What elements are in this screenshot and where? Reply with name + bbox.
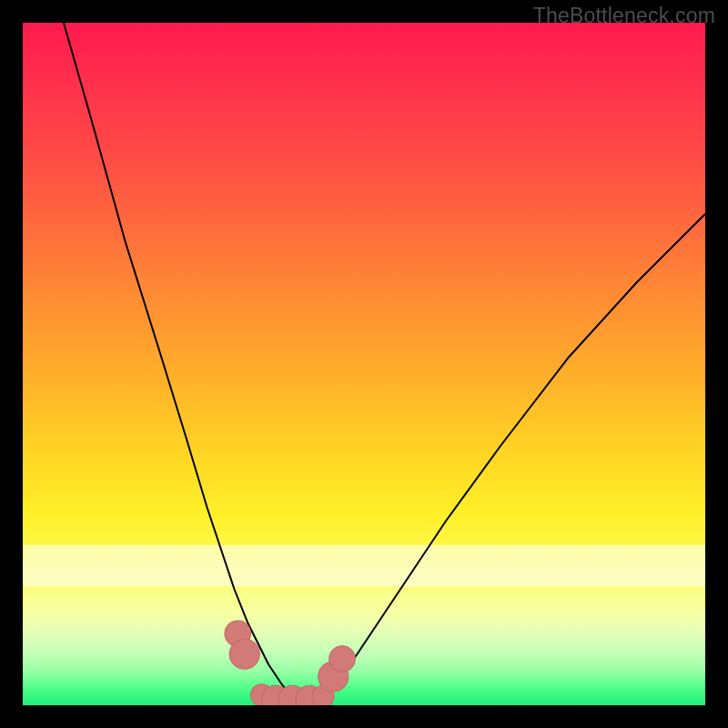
svg-point-1 — [229, 639, 259, 669]
bottleneck-curve — [23, 23, 705, 705]
watermark-text: TheBottleneck.com — [533, 4, 715, 28]
svg-point-8 — [329, 646, 356, 672]
plot-area — [23, 23, 705, 705]
chart-frame: TheBottleneck.com — [0, 0, 728, 728]
